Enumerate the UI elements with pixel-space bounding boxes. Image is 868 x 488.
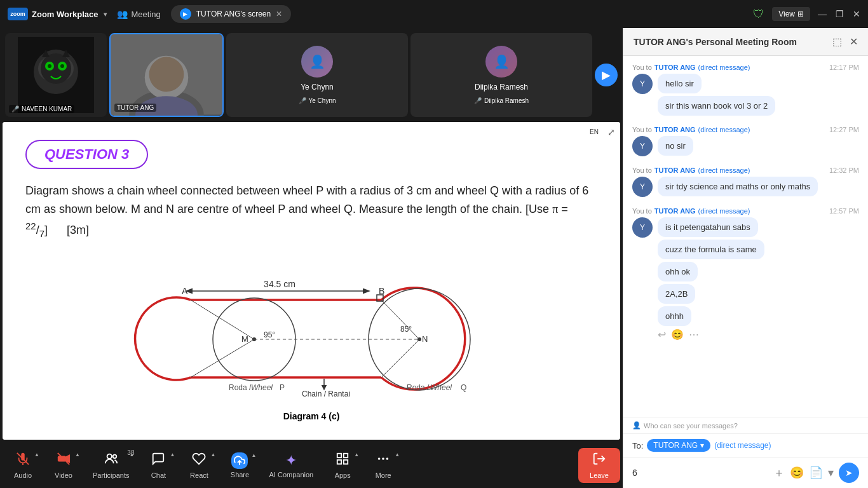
- privacy-text: Who can see your messages?: [644, 422, 738, 430]
- chat-bubble: 2A,2B: [658, 284, 695, 304]
- toolbar-audio[interactable]: ▲ Audio: [3, 448, 43, 483]
- ai-companion-icon: ✦: [285, 452, 297, 469]
- toolbar-chat[interactable]: ▲ Chat: [138, 448, 179, 483]
- react-chevron[interactable]: ▲: [211, 452, 216, 458]
- svg-point-58: [386, 458, 389, 460]
- tutor-ang-label: TUTOR ANG: [114, 104, 156, 112]
- naveen-name: NAVEEN KUMAR: [22, 105, 72, 112]
- chat-gif-icon[interactable]: ▾: [828, 466, 834, 480]
- more-label: More: [376, 471, 391, 479]
- toolbar-video[interactable]: ▲ Video: [43, 448, 84, 483]
- chat-header-actions: ⬚ ✕: [832, 36, 858, 48]
- msg-time-2: 12:27 PM: [829, 126, 859, 133]
- video-section: 🎤 NAVEEN KUMAR TUTOR ANG: [0, 28, 623, 488]
- svg-point-49: [107, 454, 111, 458]
- leave-icon: [592, 452, 606, 470]
- chat-plus-icon[interactable]: ＋: [773, 465, 785, 480]
- toolbar-apps[interactable]: ▲ Apps: [322, 448, 363, 483]
- chat-input-actions: ＋ 😊 📄 ▾: [773, 465, 834, 480]
- privacy-icon: 👤: [632, 421, 641, 430]
- minimize-icon[interactable]: —: [818, 9, 827, 19]
- question-header: QUESTION 3: [25, 140, 148, 169]
- question-content: QUESTION 3 Diagram shows a chain wheel c…: [3, 122, 620, 440]
- participant-naveen[interactable]: 🎤 NAVEEN KUMAR: [5, 33, 107, 117]
- toolbar-ai-companion[interactable]: ✦ AI Companion: [260, 449, 322, 482]
- chat-emoji-icon[interactable]: 😊: [790, 466, 804, 480]
- bottom-toolbar: ▲ Audio ▲ Video 38 ▲ Participants: [0, 442, 623, 488]
- chat-to-recipient[interactable]: TUTOR ANG ▾: [647, 439, 710, 452]
- chat-panel-title: TUTOR ANG's Personal Meeting Room: [634, 37, 797, 47]
- expand-icon[interactable]: ⤢: [607, 127, 615, 137]
- window-controls: — ❐ ✕: [818, 9, 860, 19]
- more-chevron[interactable]: ▲: [395, 452, 400, 458]
- apps-icon: [336, 452, 349, 470]
- participant-diipika[interactable]: 👤 Diipika Ramesh 🎤 Diipika Ramesh: [410, 33, 592, 117]
- svg-text:A: A: [182, 286, 188, 296]
- top-bar-actions: 🛡 View ⊞ — ❐ ✕: [753, 7, 860, 21]
- chat-popout-icon[interactable]: ⬚: [832, 36, 842, 48]
- chat-chevron[interactable]: ▲: [170, 452, 175, 458]
- toolbar-share[interactable]: ▲ Share: [219, 449, 260, 482]
- svg-rect-53: [344, 453, 348, 457]
- chat-header: TUTOR ANG's Personal Meeting Room ⬚ ✕: [623, 28, 868, 56]
- reply-icon[interactable]: ↩: [658, 329, 666, 341]
- ye-chynn-label: 🎤 Ye Chynn: [296, 97, 339, 105]
- svg-text:95°: 95°: [264, 330, 275, 339]
- audio-chevron[interactable]: ▲: [34, 452, 39, 458]
- toolbar-more[interactable]: ▲ More: [363, 448, 403, 483]
- toolbar-participants[interactable]: 38 ▲ Participants: [84, 448, 138, 483]
- msg-dm-1: (direct message): [698, 64, 750, 71]
- svg-line-27: [191, 339, 254, 377]
- msg-time-1: 12:17 PM: [829, 64, 859, 71]
- view-button[interactable]: View ⊞: [772, 7, 810, 21]
- chat-close-icon[interactable]: ✕: [850, 36, 858, 48]
- workplace-label: Zoom Workplace: [32, 10, 98, 19]
- msg-avatar-1: Y: [632, 74, 653, 94]
- apps-chevron[interactable]: ▲: [354, 452, 359, 458]
- scroll-right-button[interactable]: ▶: [595, 64, 618, 86]
- chat-send-button[interactable]: ➤: [839, 463, 859, 483]
- meeting-icon: 👥: [117, 9, 128, 19]
- msg-bubbles-1: hello sir sir this wann book vol 3 or 2: [658, 74, 859, 116]
- chat-input-row: ＋ 😊 📄 ▾ ➤: [623, 457, 868, 488]
- diipika-name: Diipika Ramesh: [475, 83, 528, 92]
- participant-ye-chynn[interactable]: 👤 Ye Chynn 🎤 Ye Chynn: [226, 33, 408, 117]
- maximize-icon[interactable]: ❐: [836, 9, 844, 19]
- react-label: React: [190, 471, 208, 479]
- msg-avatar-4: Y: [632, 217, 653, 238]
- toolbar-react[interactable]: ▲ React: [179, 448, 219, 483]
- screen-share-tab[interactable]: ▶ TUTOR ANG's screen ✕: [171, 5, 291, 23]
- msg-sender-3: TUTOR ANG: [654, 166, 696, 174]
- close-icon[interactable]: ✕: [853, 9, 860, 19]
- msg-dm-4: (direct message): [698, 207, 750, 215]
- video-label: Video: [55, 471, 72, 479]
- chat-panel: TUTOR ANG's Personal Meeting Room ⬚ ✕ Yo…: [623, 28, 868, 488]
- msg-time-4: 12:57 PM: [829, 207, 859, 215]
- chat-input[interactable]: [632, 468, 768, 478]
- video-chevron[interactable]: ▲: [75, 452, 80, 458]
- share-chevron[interactable]: ▲: [252, 452, 257, 458]
- share-icon: [231, 452, 248, 469]
- chat-file-icon[interactable]: 📄: [809, 466, 823, 480]
- svg-text:Wheel: Wheel: [430, 383, 452, 392]
- msg-row-4: Y is it petengatahun sabs cuzz the formu…: [632, 217, 859, 326]
- participant-tutor-ang[interactable]: TUTOR ANG: [109, 33, 224, 117]
- chat-bubble: sir tdy science and maths or only maths: [658, 177, 818, 196]
- more-reactions-icon[interactable]: ⋯: [689, 329, 699, 341]
- svg-point-50: [112, 454, 116, 458]
- msg-group-2: You to TUTOR ANG (direct message) 12:27 …: [632, 126, 859, 156]
- msg-meta-3: You to TUTOR ANG (direct message) 12:32 …: [632, 166, 859, 174]
- svg-point-13: [149, 57, 184, 92]
- meeting-button[interactable]: 👥 Meeting: [117, 9, 161, 19]
- diagram-area: 34.5 cm B A: [127, 254, 496, 406]
- participants-chevron[interactable]: ▲: [130, 452, 135, 458]
- diipika-icon: 👤: [485, 46, 517, 78]
- emoji-icon[interactable]: 😊: [671, 329, 684, 341]
- chat-bubble: ohhh: [658, 306, 691, 326]
- chat-messages: You to TUTOR ANG (direct message) 12:17 …: [623, 56, 868, 417]
- chat-icon: [151, 452, 165, 470]
- toolbar-leave[interactable]: Leave: [578, 448, 620, 483]
- apps-label: Apps: [335, 471, 351, 479]
- participants-icon: [104, 452, 118, 470]
- msg-row-1: Y hello sir sir this wann book vol 3 or …: [632, 74, 859, 116]
